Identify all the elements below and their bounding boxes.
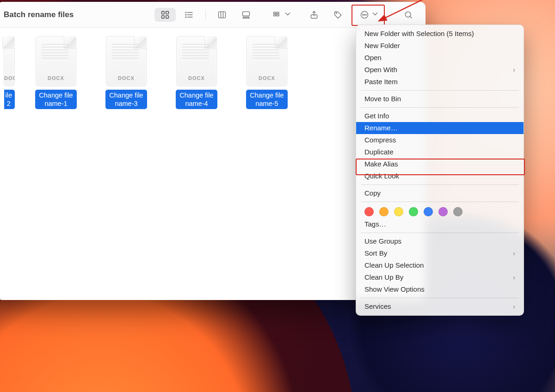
- svg-point-26: [365, 14, 366, 15]
- grid-icon: [160, 10, 170, 19]
- menu-item-label: Clean Up By: [364, 271, 403, 283]
- svg-rect-10: [219, 12, 226, 18]
- view-list-button[interactable]: [179, 8, 200, 22]
- file-item[interactable]: DOCXile2: [1, 36, 15, 109]
- menu-item[interactable]: Show View Options: [356, 283, 524, 295]
- document-icon: DOCX: [4, 36, 15, 86]
- menu-item[interactable]: Services›: [356, 300, 524, 312]
- group-icon: [272, 10, 282, 19]
- menu-item[interactable]: New Folder: [356, 40, 524, 52]
- menu-item[interactable]: Tags…: [356, 218, 524, 230]
- tag-color[interactable]: [394, 207, 403, 216]
- menu-item[interactable]: Duplicate: [356, 146, 524, 158]
- menu-item[interactable]: Open With›: [356, 64, 524, 76]
- file-label: Change filename-1: [35, 90, 76, 109]
- chevron-right-icon: ›: [513, 271, 515, 283]
- file-label: ile2: [4, 90, 15, 109]
- document-icon: DOCX: [36, 36, 76, 86]
- svg-rect-13: [243, 12, 250, 16]
- list-icon: [185, 10, 194, 19]
- finder-toolbar: Batch rename files: [0, 2, 426, 28]
- svg-point-25: [364, 14, 365, 15]
- chevron-down-icon: [283, 9, 292, 20]
- svg-point-8: [185, 14, 186, 15]
- tag-color[interactable]: [453, 207, 462, 216]
- tag-color[interactable]: [364, 207, 374, 216]
- search-icon: [404, 10, 413, 19]
- file-item[interactable]: DOCXChange filename-3: [97, 36, 155, 109]
- file-label: Change filename-4: [176, 90, 217, 109]
- menu-item[interactable]: Move to Bin: [356, 93, 524, 105]
- menu-item[interactable]: Open: [356, 52, 524, 64]
- menu-item[interactable]: Clean Up By›: [356, 271, 524, 283]
- svg-rect-1: [166, 11, 169, 14]
- menu-item-label: Paste Item: [364, 76, 398, 88]
- search-button[interactable]: [398, 8, 419, 22]
- svg-point-27: [405, 12, 411, 17]
- svg-point-9: [185, 17, 186, 18]
- svg-rect-14: [243, 17, 244, 18]
- view-gallery-button[interactable]: [235, 8, 257, 22]
- menu-item[interactable]: Use Groups: [356, 235, 524, 247]
- tag-icon: [333, 10, 343, 19]
- menu-item-label: Open With: [364, 64, 397, 76]
- menu-item-label: Get Info: [364, 110, 389, 122]
- document-icon: DOCX: [247, 36, 287, 86]
- menu-item[interactable]: Quick Look: [356, 170, 524, 182]
- file-item[interactable]: DOCXChange filename-1: [27, 36, 85, 109]
- menu-item[interactable]: New Folder with Selection (5 Items): [356, 28, 524, 40]
- view-mode-group: [154, 8, 257, 22]
- svg-rect-20: [277, 14, 279, 16]
- file-label: Change filename-5: [246, 90, 287, 109]
- chevron-right-icon: ›: [513, 300, 515, 312]
- menu-item[interactable]: Compress: [356, 134, 524, 146]
- file-extension: DOCX: [36, 75, 76, 81]
- menu-item-label: Clean Up Selection: [364, 259, 424, 271]
- tags-button[interactable]: [327, 8, 349, 22]
- tag-color[interactable]: [379, 207, 388, 216]
- more-actions-button[interactable]: [355, 8, 384, 22]
- menu-item[interactable]: Make Alias: [356, 158, 524, 170]
- file-item[interactable]: DOCXChange filename-5: [238, 36, 296, 109]
- tag-color[interactable]: [438, 207, 448, 216]
- menu-item-label: Use Groups: [364, 235, 401, 247]
- document-icon: DOCX: [106, 36, 147, 86]
- file-item[interactable]: DOCXChange filename-4: [167, 36, 226, 109]
- svg-point-22: [336, 12, 337, 13]
- menu-item[interactable]: Paste Item: [356, 76, 524, 88]
- share-button[interactable]: [303, 8, 325, 22]
- svg-point-24: [362, 14, 363, 15]
- file-extension: DOCX: [177, 75, 216, 81]
- menu-item[interactable]: Get Info: [356, 110, 524, 122]
- svg-rect-15: [245, 17, 247, 18]
- menu-item[interactable]: Sort By›: [356, 247, 524, 259]
- menu-item-label: New Folder with Selection (5 Items): [364, 28, 474, 40]
- svg-rect-18: [274, 14, 276, 16]
- chevron-down-icon: [370, 9, 380, 20]
- svg-rect-2: [162, 15, 165, 18]
- file-extension: DOCX: [106, 75, 146, 81]
- menu-item-label: Tags…: [364, 218, 386, 230]
- chevron-right-icon: ›: [513, 64, 515, 76]
- svg-line-28: [410, 16, 412, 18]
- chevron-right-icon: ›: [513, 247, 515, 259]
- document-icon: DOCX: [176, 36, 217, 86]
- menu-item[interactable]: Rename…: [356, 122, 524, 134]
- menu-item-label: Quick Look: [364, 170, 399, 182]
- group-by-button[interactable]: [270, 8, 295, 22]
- svg-point-7: [185, 12, 186, 13]
- share-icon: [309, 10, 319, 19]
- file-extension: DOCX: [4, 75, 14, 81]
- tag-color[interactable]: [424, 207, 433, 216]
- menu-item-label: Make Alias: [364, 158, 398, 170]
- menu-item[interactable]: Copy: [356, 187, 524, 199]
- menu-item-label: Services: [364, 300, 391, 312]
- view-icons-button[interactable]: [154, 8, 176, 22]
- menu-item-label: Sort By: [364, 247, 387, 259]
- context-menu: New Folder with Selection (5 Items)New F…: [356, 24, 524, 316]
- menu-item-label: Open: [364, 52, 382, 64]
- view-columns-button[interactable]: [211, 8, 233, 22]
- tag-color[interactable]: [409, 207, 418, 216]
- ellipsis-circle-icon: [360, 10, 369, 19]
- menu-item[interactable]: Clean Up Selection: [356, 259, 524, 271]
